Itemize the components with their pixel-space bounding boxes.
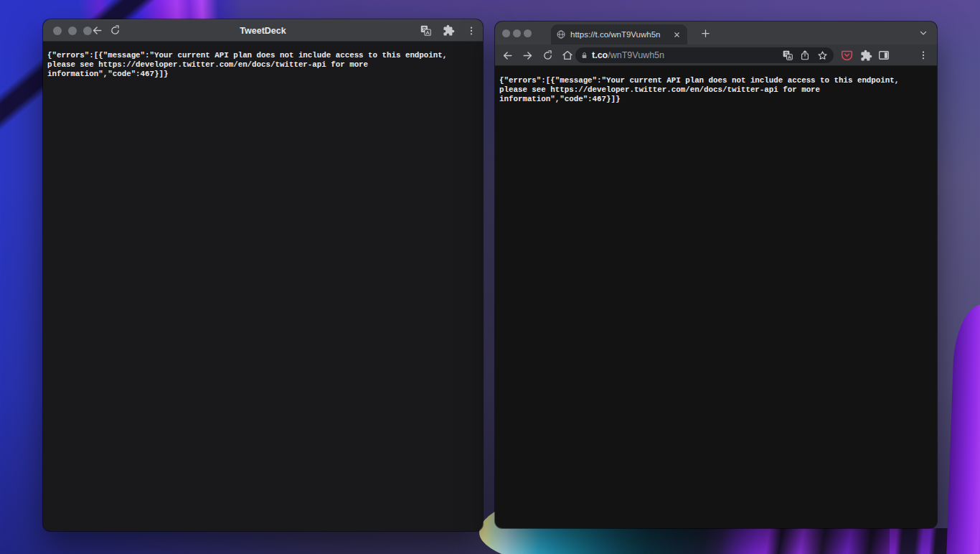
three-dots-glyph — [918, 50, 929, 61]
minimize-window-button[interactable] — [68, 27, 77, 35]
puzzle-glyph — [443, 24, 455, 37]
window-controls — [53, 19, 92, 42]
translate-icon[interactable] — [418, 23, 433, 39]
json-error-line: please see https://developer.twitter.com… — [47, 60, 479, 70]
menu-icon[interactable] — [915, 47, 932, 64]
tab-strip[interactable]: https://t.co/wnT9Vuwh5n — [495, 22, 937, 44]
json-error-line: {"errors":[{"message":"Your current API … — [499, 76, 933, 85]
share-glyph — [799, 50, 811, 61]
minimize-window-button[interactable] — [513, 29, 521, 37]
home-button[interactable] — [559, 47, 576, 64]
reload-icon — [109, 24, 121, 37]
home-icon — [561, 49, 574, 62]
pocket-icon[interactable] — [838, 47, 855, 64]
url-domain: t.co — [592, 50, 608, 60]
window-controls — [502, 22, 532, 44]
forward-arrow-icon — [522, 50, 534, 62]
browser-window: https://t.co/wnT9Vuwh5n — [495, 22, 937, 528]
back-arrow-icon — [91, 24, 103, 37]
address-bar[interactable]: t.co/wnT9Vuwh5n — [575, 47, 834, 63]
puzzle-glyph — [860, 50, 872, 62]
extensions-icon[interactable] — [440, 23, 456, 39]
translate-icon[interactable] — [781, 48, 795, 62]
close-tab-icon[interactable] — [671, 29, 682, 40]
star-glyph — [816, 50, 829, 62]
json-error-line: information","code":467}]} — [47, 70, 479, 79]
translate-glyph — [782, 50, 793, 61]
tab-title: https://t.co/wnT9Vuwh5n — [570, 30, 671, 39]
sidebar-glyph — [877, 49, 890, 62]
chevron-down-icon — [918, 28, 928, 38]
browser-toolbar: t.co/wnT9Vuwh5n — [495, 44, 937, 66]
zoom-window-button[interactable] — [524, 29, 532, 37]
tweetdeck-app-window: TweetDeck {"errors": — [43, 19, 483, 531]
reload-button[interactable] — [106, 22, 123, 39]
json-error-line: information","code":467}]} — [499, 95, 933, 104]
tab-search-button[interactable] — [915, 24, 932, 42]
plus-glyph — [700, 28, 711, 39]
close-window-button[interactable] — [53, 27, 62, 35]
extensions-icon[interactable] — [857, 47, 875, 64]
url-text: t.co/wnT9Vuwh5n — [592, 50, 664, 60]
reload-icon — [542, 50, 554, 62]
new-tab-button[interactable] — [697, 24, 714, 42]
back-button[interactable] — [499, 47, 516, 64]
sidebar-icon[interactable] — [875, 47, 892, 64]
titlebar-actions — [418, 19, 479, 42]
right-page-content: {"errors":[{"message":"Your current API … — [495, 66, 937, 114]
bookmark-star-icon[interactable] — [815, 48, 829, 62]
forward-button[interactable] — [519, 47, 536, 64]
close-x-glyph — [673, 31, 681, 39]
close-window-button[interactable] — [502, 29, 510, 37]
translate-glyph — [420, 24, 432, 37]
lock-icon — [580, 51, 589, 60]
desktop: TweetDeck {"errors": — [0, 0, 980, 554]
pocket-glyph — [840, 49, 854, 62]
left-page-content: {"errors":[{"message":"Your current API … — [43, 42, 483, 88]
active-tab[interactable]: https://t.co/wnT9Vuwh5n — [551, 24, 687, 44]
wallpaper-purple-blade — [945, 304, 980, 554]
three-dots-glyph — [466, 25, 477, 37]
json-error-line: {"errors":[{"message":"Your current API … — [47, 51, 479, 60]
share-icon[interactable] — [798, 48, 812, 62]
back-arrow-icon — [501, 50, 514, 62]
back-button[interactable] — [88, 22, 105, 39]
menu-icon[interactable] — [463, 23, 479, 39]
omnibox-actions — [781, 48, 829, 62]
globe-icon — [556, 29, 566, 39]
reload-button[interactable] — [539, 47, 556, 64]
json-error-line: please see https://developer.twitter.com… — [499, 85, 933, 95]
url-path: /wnT9Vuwh5n — [608, 50, 664, 60]
left-window-titlebar[interactable]: TweetDeck — [43, 19, 483, 42]
